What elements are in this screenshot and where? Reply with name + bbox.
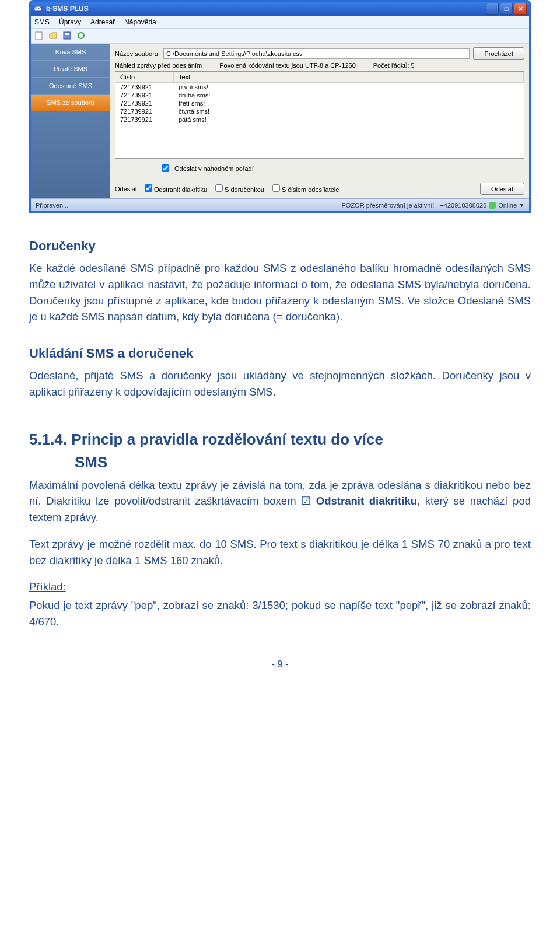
window-title: b-SMS PLUS (46, 5, 89, 13)
status-phone: +420910308026 (440, 202, 487, 209)
opt-diacritics[interactable]: Odstranit diakritiku (145, 184, 207, 193)
app-icon (33, 4, 43, 13)
cell-number: 721739921 (116, 116, 174, 124)
file-label: Název souboru: (115, 50, 160, 57)
table-row[interactable]: 721739921druhá sms! (116, 91, 524, 99)
para-dorucenky: Ke každé odesílané SMS případně pro každ… (29, 260, 531, 325)
toolbar (31, 29, 529, 44)
app-window: b-SMS PLUS _ □ ✕ SMS Úpravy Adresář Nápo… (29, 0, 531, 213)
table-row[interactable]: 721739921pátá sms! (116, 116, 524, 124)
para-ukladani: Odeslané, přijaté SMS a doručenky jsou u… (29, 368, 531, 400)
status-online: Online (498, 202, 517, 209)
status-warn: POZOR přesměrování je aktivní! (341, 202, 434, 209)
open-icon[interactable] (48, 31, 59, 41)
cell-text: čtvrtá sms! (174, 107, 524, 116)
table-row[interactable]: 721739921třetí sms! (116, 99, 524, 107)
diacritics-checkbox[interactable] (145, 184, 152, 192)
status-left: Připraven... (36, 202, 68, 209)
refresh-icon[interactable] (76, 31, 87, 41)
sender-num-checkbox[interactable] (272, 184, 280, 192)
cell-number: 721739921 (116, 83, 174, 91)
row-count-label: Počet řádků: 5 (373, 62, 415, 69)
maximize-button[interactable]: □ (500, 3, 513, 15)
close-button[interactable]: ✕ (514, 3, 527, 15)
example-label: Příklad: (29, 579, 531, 595)
save-icon[interactable] (62, 31, 73, 41)
menu-napoveda[interactable]: Nápověda (124, 18, 156, 26)
sidebar-item-soubor[interactable]: SMS ze souboru (31, 94, 110, 111)
send-button[interactable]: Odeslat (480, 183, 524, 195)
send-label: Odeslat: (115, 186, 139, 192)
heading-514: 5.1.4. Princip a pravidla rozdělování te… (29, 428, 531, 474)
table-row[interactable]: 721739921čtvrtá sms! (116, 107, 524, 116)
cell-number: 721739921 (116, 91, 174, 99)
browse-button[interactable]: Procházet (473, 47, 524, 60)
col-header-number[interactable]: Číslo (116, 72, 174, 82)
page-number: - 9 - (29, 659, 531, 670)
minimize-button[interactable]: _ (486, 3, 499, 15)
online-icon (489, 202, 496, 209)
para-example: Pokud je text zprávy "pep", zobrazí se z… (29, 597, 531, 630)
encoding-label: Povolená kódování textu jsou UTF-8 a CP-… (219, 62, 356, 69)
statusbar: Připraven... POZOR přesměrování je aktiv… (31, 198, 529, 211)
menu-upravy[interactable]: Úpravy (59, 18, 81, 26)
status-dropdown-icon[interactable]: ▼ (519, 202, 524, 208)
preview-table: Číslo Text 721739921první sms!721739921d… (115, 71, 524, 159)
col-header-text[interactable]: Text (174, 72, 524, 82)
menubar: SMS Úpravy Adresář Nápověda (31, 16, 529, 29)
receipt-checkbox[interactable] (215, 184, 223, 192)
cell-number: 721739921 (116, 99, 174, 107)
random-order-checkbox[interactable] (162, 164, 169, 172)
cell-number: 721739921 (116, 107, 174, 116)
cell-text: pátá sms! (174, 116, 524, 124)
cell-text: třetí sms! (174, 99, 524, 107)
opt-receipt[interactable]: S doručenkou (215, 184, 264, 193)
para-maxlen: Maximální povolená délka textu zprávy je… (29, 477, 531, 526)
svg-rect-1 (36, 32, 42, 40)
sidebar: Nová SMS Přijaté SMS Odeslané SMS SMS ze… (31, 44, 110, 198)
cell-text: druhá sms! (174, 91, 524, 99)
content-panel: Název souboru: Procházet Náhled zprávy p… (110, 44, 529, 198)
titlebar: b-SMS PLUS _ □ ✕ (31, 2, 529, 16)
window-buttons: _ □ ✕ (486, 3, 527, 15)
heading-dorucenky: Doručenky (29, 236, 531, 256)
heading-ukladani: Ukládání SMS a doručenek (29, 344, 531, 363)
para-split: Text zprávy je možné rozdělit max. do 10… (29, 536, 531, 569)
sidebar-item-prijate[interactable]: Přijaté SMS (31, 61, 110, 78)
preview-label: Náhled zprávy před odesláním (115, 62, 202, 69)
opt-sender[interactable]: S číslem odesílatele (272, 184, 339, 193)
file-path-input[interactable] (163, 48, 470, 59)
cell-text: první sms! (174, 83, 524, 91)
random-order-label: Odeslat v nahodném pořadí (174, 165, 254, 172)
menu-sms[interactable]: SMS (34, 18, 50, 26)
sidebar-item-odeslane[interactable]: Odeslané SMS (31, 78, 110, 94)
sidebar-item-nova[interactable]: Nová SMS (31, 44, 110, 61)
menu-adresar[interactable]: Adresář (90, 18, 115, 26)
svg-rect-3 (65, 33, 69, 35)
table-row[interactable]: 721739921první sms! (116, 83, 524, 91)
new-icon[interactable] (34, 31, 45, 41)
document-body: Doručenky Ke každé odesílané SMS případn… (29, 236, 531, 630)
